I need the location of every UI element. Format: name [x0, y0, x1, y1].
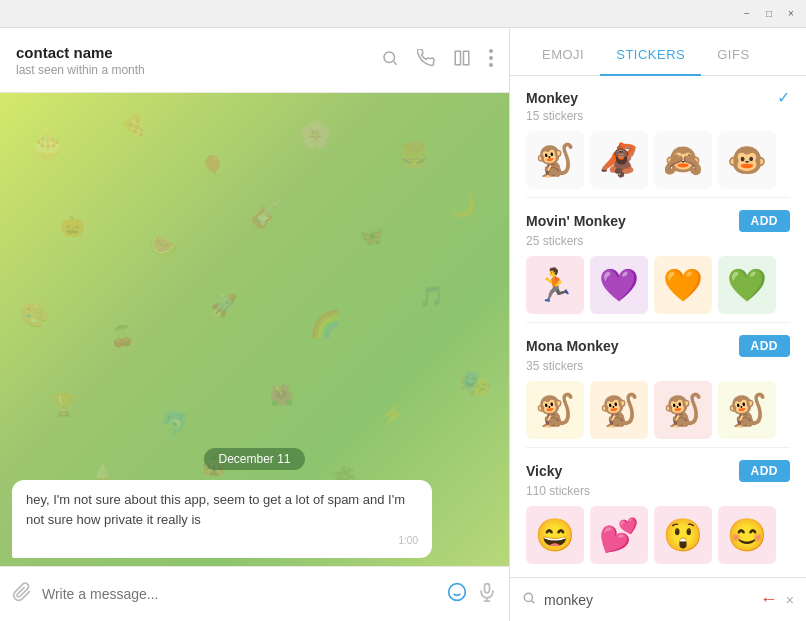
pack-header-vicky: Vicky ADD [526, 460, 790, 482]
sticker-item[interactable]: 🐒 [654, 381, 712, 439]
tab-gifs[interactable]: GIFS [701, 35, 765, 76]
maximize-button[interactable]: □ [762, 7, 776, 21]
pack-header-movin-monkey: Movin' Monkey ADD [526, 210, 790, 232]
svg-point-6 [489, 63, 493, 67]
chat-background: 🎂 🍕 🎈 🌸 🍔 🎃 🍉 🎸 🦋 🌙 🎨 🍒 🚀 🌈 🎵 🏆 🐬 🌺 ⚡ [0, 93, 509, 566]
contact-name: contact name [16, 44, 145, 61]
sticker-item[interactable]: 🐒 [590, 381, 648, 439]
svg-text:🦋: 🦋 [359, 224, 384, 248]
phone-icon[interactable] [417, 49, 435, 72]
chat-panel: contact name last seen within a month [0, 28, 510, 621]
svg-text:🍒: 🍒 [110, 324, 135, 348]
svg-point-30 [449, 583, 466, 600]
contact-status: last seen within a month [16, 63, 145, 77]
tab-emoji[interactable]: EMOJI [526, 35, 600, 76]
sticker-list: Monkey ✓ 15 stickers 🐒 🦧 🙈 🐵 Movin' Monk… [510, 76, 806, 577]
pack-count-vicky: 110 stickers [526, 484, 790, 498]
pack-count-mona-monkey: 35 stickers [526, 359, 790, 373]
sticker-search-input[interactable] [544, 592, 752, 608]
svg-rect-33 [485, 583, 490, 592]
add-button-vicky[interactable]: ADD [739, 460, 791, 482]
pack-count-monkey: 15 stickers [526, 109, 790, 123]
title-bar: − □ × [0, 0, 806, 28]
sticker-item[interactable]: 😲 [654, 506, 712, 564]
pack-stickers-vicky: 😄 💕 😲 😊 [526, 506, 790, 564]
svg-text:🐬: 🐬 [160, 409, 190, 438]
sticker-pack-monkey: Monkey ✓ 15 stickers 🐒 🦧 🙈 🐵 [510, 76, 806, 197]
svg-text:🌈: 🌈 [309, 308, 342, 340]
svg-text:🌙: 🌙 [449, 192, 477, 219]
sticker-item[interactable]: 🙈 [654, 131, 712, 189]
pack-stickers-movin-monkey: 🏃 💜 🧡 💚 [526, 256, 790, 314]
message-bubble: hey, I'm not sure about this app, seem t… [12, 480, 432, 558]
minimize-button[interactable]: − [740, 7, 754, 21]
message-input[interactable] [42, 586, 437, 602]
background-pattern: 🎂 🍕 🎈 🌸 🍔 🎃 🍉 🎸 🦋 🌙 🎨 🍒 🚀 🌈 🎵 🏆 🐬 🌺 ⚡ [0, 93, 509, 492]
svg-text:🎵: 🎵 [419, 284, 444, 308]
svg-text:🌸: 🌸 [299, 118, 332, 150]
chat-header-info: contact name last seen within a month [16, 44, 145, 77]
svg-text:🍔: 🍔 [399, 140, 429, 169]
search-icon[interactable] [381, 49, 399, 72]
svg-text:🎸: 🎸 [250, 198, 283, 230]
sticker-item[interactable]: 🦧 [590, 131, 648, 189]
svg-rect-3 [464, 51, 469, 65]
svg-text:🚀: 🚀 [210, 292, 238, 319]
sticker-item[interactable]: 💜 [590, 256, 648, 314]
svg-text:🎨: 🎨 [20, 300, 50, 329]
pack-name-vicky: Vicky [526, 463, 562, 479]
sticker-item[interactable]: 🐒 [718, 381, 776, 439]
message-text: hey, I'm not sure about this app, seem t… [26, 492, 405, 527]
add-button-movin-monkey[interactable]: ADD [739, 210, 791, 232]
sticker-pack-vicky: Vicky ADD 110 stickers 😄 💕 😲 😊 [510, 448, 806, 572]
svg-point-0 [384, 52, 395, 63]
pack-name-monkey: Monkey [526, 90, 578, 106]
svg-text:⚡: ⚡ [379, 401, 407, 428]
chat-input-bar [0, 566, 509, 621]
pack-check-monkey: ✓ [777, 88, 790, 107]
svg-rect-2 [455, 51, 460, 65]
svg-text:🏆: 🏆 [50, 391, 78, 418]
svg-point-36 [524, 593, 532, 601]
svg-text:🎭: 🎭 [459, 367, 492, 399]
close-button[interactable]: × [784, 7, 798, 21]
svg-point-5 [489, 56, 493, 60]
sticker-item[interactable]: 😄 [526, 506, 584, 564]
svg-text:🎈: 🎈 [200, 154, 225, 178]
svg-text:🍉: 🍉 [150, 232, 178, 259]
microphone-icon[interactable] [477, 582, 497, 607]
chat-header: contact name last seen within a month [0, 28, 509, 93]
sticker-panel: EMOJI STICKERS GIFS Monkey ✓ 15 stickers… [510, 28, 806, 621]
sticker-item[interactable]: 🐒 [526, 131, 584, 189]
tab-stickers[interactable]: STICKERS [600, 35, 701, 76]
clear-search-button[interactable]: × [786, 592, 794, 608]
sticker-pack-movin-monkey: Movin' Monkey ADD 25 stickers 🏃 💜 🧡 💚 [510, 198, 806, 322]
chat-header-actions [381, 49, 493, 72]
pack-stickers-mona-monkey: 🐒 🐒 🐒 🐒 [526, 381, 790, 439]
sticker-item[interactable]: 🐵 [718, 131, 776, 189]
svg-line-1 [393, 61, 396, 64]
tab-bar: EMOJI STICKERS GIFS [510, 28, 806, 76]
more-icon[interactable] [489, 49, 493, 72]
svg-text:🌺: 🌺 [269, 383, 294, 407]
sticker-item[interactable]: 😊 [718, 506, 776, 564]
date-bubble: December 11 [204, 448, 304, 470]
add-button-mona-monkey[interactable]: ADD [739, 335, 791, 357]
pack-name-movin-monkey: Movin' Monkey [526, 213, 626, 229]
svg-line-37 [532, 601, 535, 604]
pack-header-mona-monkey: Mona Monkey ADD [526, 335, 790, 357]
attachment-icon[interactable] [12, 582, 32, 607]
sticker-item[interactable]: 💕 [590, 506, 648, 564]
sticker-item[interactable]: 🏃 [526, 256, 584, 314]
emoji-input-icon[interactable] [447, 582, 467, 607]
message-time: 1:00 [26, 533, 418, 548]
main-layout: contact name last seen within a month [0, 28, 806, 621]
sticker-search-icon [522, 591, 536, 608]
svg-text:🍕: 🍕 [120, 112, 148, 139]
sticker-item[interactable]: 💚 [718, 256, 776, 314]
sticker-item[interactable]: 🧡 [654, 256, 712, 314]
sticker-item[interactable]: 🐒 [526, 381, 584, 439]
red-arrow-indicator: ← [760, 589, 778, 610]
columns-icon[interactable] [453, 49, 471, 72]
sticker-search-bar: ← × [510, 577, 806, 621]
